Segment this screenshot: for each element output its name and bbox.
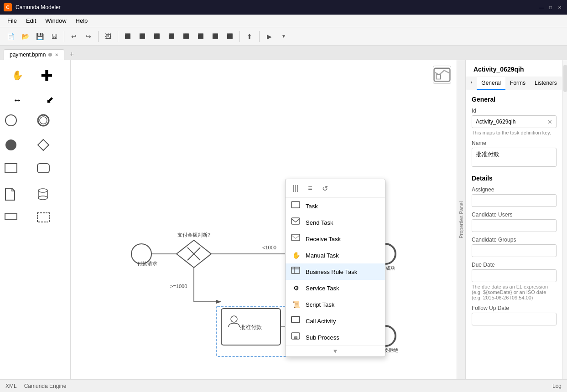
cm-item-sub-process[interactable]: Sub Process xyxy=(286,329,385,346)
candidate-groups-input[interactable] xyxy=(472,244,557,257)
cm-item-business-rule-task[interactable]: Business Rule Task xyxy=(286,263,385,280)
cm-item-send-task[interactable]: Send Task xyxy=(286,214,385,231)
rect-shape[interactable] xyxy=(4,162,31,185)
scrollbar-thumb[interactable] xyxy=(563,65,567,92)
id-input-field[interactable]: Activity_0629qih ✕ xyxy=(472,115,557,128)
doc-shape[interactable] xyxy=(4,187,31,210)
toolbox: ✋ ✚ ↔ ⬋ xyxy=(0,60,71,379)
maximize-button[interactable]: □ xyxy=(547,4,554,11)
cm-icon-list[interactable]: ≡ xyxy=(305,183,316,194)
follow-up-input[interactable] xyxy=(472,313,557,325)
circle-shape[interactable] xyxy=(4,113,31,136)
connect-tool[interactable]: ↔ xyxy=(4,88,31,111)
cylinder-shape[interactable] xyxy=(36,187,63,210)
export-button[interactable]: ⬆ xyxy=(243,30,256,43)
candidate-users-label: Candidate Users xyxy=(472,211,557,218)
toolbar: 📄 📂 💾 🖫 ↩ ↪ 🖼 ⬛ ⬛ ⬛ ⬛ ⬛ ⬛ ⬛ ⬛ ⬆ ▶ ▼ xyxy=(0,27,567,46)
clear-id-icon[interactable]: ✕ xyxy=(547,119,552,125)
prop-tab-general[interactable]: General xyxy=(477,77,505,90)
cm-icon-rotate[interactable]: ↺ xyxy=(319,183,330,194)
align7-button[interactable]: ⬛ xyxy=(208,30,222,43)
cm-script-task-label: Script Task xyxy=(306,301,334,308)
cm-manual-task-label: Manual Task xyxy=(306,252,339,259)
cm-business-rule-label: Business Rule Task xyxy=(306,268,357,275)
cm-item-task[interactable]: Task xyxy=(286,198,385,214)
align2-button[interactable]: ⬛ xyxy=(135,30,149,43)
minimize-button[interactable]: — xyxy=(538,4,545,11)
menu-window[interactable]: Window xyxy=(42,15,70,26)
toolbar-separator-4 xyxy=(239,31,240,42)
app-title: Camunda Modeler xyxy=(16,4,534,10)
cm-service-task-label: Service Task xyxy=(306,285,339,292)
cm-item-script-task[interactable]: 📜 Script Task xyxy=(286,296,385,313)
new-tab-button[interactable]: + xyxy=(66,49,77,60)
diamond-shape[interactable] xyxy=(36,138,63,160)
cm-item-call-activity[interactable]: Call Activity xyxy=(286,313,385,329)
status-engine[interactable]: Camunda Engine xyxy=(24,383,67,389)
open-button[interactable]: 📂 xyxy=(18,30,32,43)
undo-button[interactable]: ↩ xyxy=(67,30,81,43)
svg-point-11 xyxy=(38,196,47,200)
properties-content: General Id Activity_0629qih ✕ This maps … xyxy=(466,90,562,379)
cm-send-task-label: Send Task xyxy=(306,219,333,226)
lasso-tool[interactable]: ⬋ xyxy=(36,88,63,111)
prop-tab-listeners[interactable]: Listeners xyxy=(530,77,562,90)
status-xml[interactable]: XML xyxy=(5,383,17,389)
svg-rect-13 xyxy=(37,213,49,222)
align8-button[interactable]: ⬛ xyxy=(223,30,237,43)
status-log[interactable]: Log xyxy=(552,383,562,389)
svg-point-4 xyxy=(5,139,16,150)
minimap-toggle[interactable] xyxy=(433,66,451,84)
menu-file[interactable]: File xyxy=(4,15,21,26)
service-task-icon: ⚙ xyxy=(291,283,301,293)
hand-tool[interactable]: ✋ xyxy=(4,64,31,87)
svg-text:批准付款: 批准付款 xyxy=(240,324,262,330)
name-textarea[interactable] xyxy=(472,148,557,167)
context-menu: ||| ≡ ↺ Task Send Task Receive xyxy=(285,179,385,357)
svg-rect-38 xyxy=(291,267,300,273)
double-circle-shape[interactable] xyxy=(36,113,63,136)
play-button[interactable]: ▶ xyxy=(262,30,276,43)
candidate-users-input[interactable] xyxy=(472,219,557,232)
svg-rect-35 xyxy=(291,201,300,208)
create-move-tool[interactable]: ✚ xyxy=(36,64,63,87)
new-button[interactable]: 📄 xyxy=(4,30,17,43)
menu-edit[interactable]: Edit xyxy=(22,15,40,26)
context-menu-more[interactable]: ▼ xyxy=(286,346,385,356)
svg-rect-36 xyxy=(291,218,300,224)
tab-close-icon[interactable]: ✕ xyxy=(55,52,58,57)
rounded-rect-shape[interactable] xyxy=(36,162,63,185)
redo-button[interactable]: ↪ xyxy=(82,30,95,43)
menu-help[interactable]: Help xyxy=(72,15,92,26)
tab-unsaved-indicator xyxy=(48,53,52,57)
svg-point-1 xyxy=(5,115,16,126)
play-more-button[interactable]: ▼ xyxy=(277,30,291,43)
small-rect-shape[interactable] xyxy=(4,211,31,234)
align3-button[interactable]: ⬛ xyxy=(150,30,164,43)
assignee-input[interactable] xyxy=(472,194,557,207)
filled-circle-shape[interactable] xyxy=(4,138,31,160)
align1-button[interactable]: ⬛ xyxy=(121,30,135,43)
save-as-button[interactable]: 🖫 xyxy=(47,30,61,43)
dashed-rect-shape[interactable] xyxy=(36,211,63,234)
due-date-input[interactable] xyxy=(472,269,557,282)
canvas[interactable]: 付款请求 支付金额判断? <1000 >=1000 批准付款 是否批准? xyxy=(71,60,457,379)
save-button[interactable]: 💾 xyxy=(33,30,47,43)
prop-tab-chevron-left[interactable]: ‹ xyxy=(466,77,477,90)
tab-payment-bpmn[interactable]: payment.bpmn ✕ xyxy=(4,49,64,60)
align5-button[interactable]: ⬛ xyxy=(179,30,193,43)
svg-text:>=1000: >=1000 xyxy=(170,284,187,289)
prop-tab-forms[interactable]: Forms xyxy=(505,77,530,90)
align6-button[interactable]: ⬛ xyxy=(194,30,208,43)
cm-item-receive-task[interactable]: Receive Task xyxy=(286,231,385,247)
align4-button[interactable]: ⬛ xyxy=(165,30,178,43)
close-button[interactable]: ✕ xyxy=(556,4,563,11)
cm-icon-grid[interactable]: ||| xyxy=(290,183,301,194)
properties-scrollbar[interactable] xyxy=(562,60,567,379)
cm-item-service-task[interactable]: ⚙ Service Task xyxy=(286,280,385,296)
svg-point-8 xyxy=(38,189,47,192)
due-date-hint: The due date as an EL expression (e.g. $… xyxy=(472,284,557,300)
image-button[interactable]: 🖼 xyxy=(101,30,115,43)
svg-rect-7 xyxy=(37,164,49,173)
cm-item-manual-task[interactable]: ✋ Manual Task xyxy=(286,247,385,263)
